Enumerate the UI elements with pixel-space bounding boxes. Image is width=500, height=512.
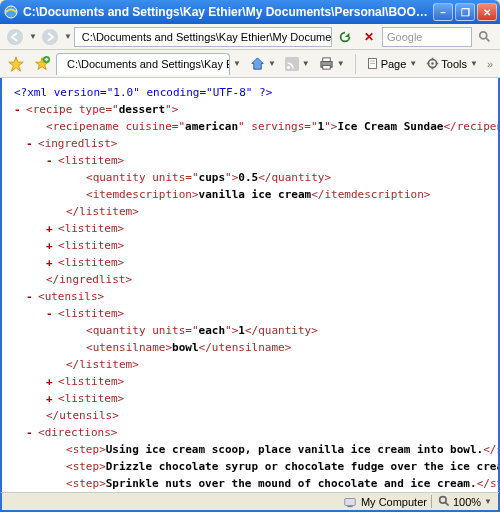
back-dropdown[interactable]: ▼ — [29, 32, 37, 41]
refresh-button[interactable] — [334, 26, 356, 48]
svg-point-2 — [42, 29, 58, 45]
expand-toggle[interactable]: + — [46, 390, 54, 407]
svg-rect-10 — [322, 58, 330, 62]
search-box[interactable]: Google — [382, 27, 472, 47]
collapse-toggle[interactable]: - — [46, 305, 54, 322]
collapse-toggle[interactable]: - — [46, 152, 54, 169]
svg-line-5 — [486, 37, 490, 41]
collapse-toggle[interactable]: - — [26, 288, 34, 305]
page-menu[interactable]: Page▼ — [363, 55, 421, 72]
address-toolbar: ▼ ▼ C:\Documents and Settings\Kay Ethier… — [0, 24, 500, 50]
svg-point-9 — [287, 65, 291, 69]
zone-icon — [343, 495, 357, 509]
svg-rect-12 — [322, 65, 330, 69]
ie-icon — [3, 4, 19, 20]
expand-toggle[interactable]: + — [46, 254, 54, 271]
svg-rect-19 — [347, 505, 352, 507]
svg-point-4 — [480, 31, 487, 38]
home-button[interactable]: ▼ — [247, 54, 279, 73]
print-button[interactable]: ▼ — [316, 54, 348, 73]
expand-toggle[interactable]: + — [46, 373, 54, 390]
expand-toggle[interactable]: + — [46, 237, 54, 254]
search-go-button[interactable] — [474, 26, 496, 48]
browser-tab[interactable]: C:\Documents and Settings\Kay Ethier\My … — [56, 53, 230, 75]
svg-rect-8 — [285, 57, 299, 71]
zoom-icon[interactable] — [438, 495, 451, 508]
collapse-toggle[interactable]: - — [26, 424, 34, 441]
forward-button[interactable] — [39, 26, 61, 48]
tab-list-dropdown[interactable]: ▼ — [233, 59, 241, 68]
xml-content-area: <?xml version="1.0" encoding="UTF-8" ?> … — [0, 78, 500, 492]
search-placeholder: Google — [387, 31, 422, 43]
zoom-dropdown[interactable]: ▼ — [484, 497, 492, 506]
zone-text: My Computer — [361, 496, 427, 508]
forward-dropdown[interactable]: ▼ — [64, 32, 72, 41]
svg-point-17 — [432, 62, 434, 64]
zoom-level[interactable]: 100% — [453, 496, 481, 508]
stop-button[interactable]: ✕ — [358, 26, 380, 48]
address-text: C:\Documents and Settings\Kay Ethier\My … — [82, 31, 332, 43]
tab-title: C:\Documents and Settings\Kay Ethier\My … — [67, 58, 230, 70]
svg-point-20 — [440, 497, 447, 504]
expand-toggle[interactable]: + — [46, 220, 54, 237]
svg-point-1 — [7, 29, 23, 45]
maximize-button[interactable]: ❐ — [455, 3, 475, 21]
window-titlebar: C:\Documents and Settings\Kay Ethier\My … — [0, 0, 500, 24]
address-bar[interactable]: C:\Documents and Settings\Kay Ethier\My … — [74, 27, 332, 47]
add-favorite-icon[interactable] — [30, 52, 54, 76]
svg-line-21 — [445, 502, 448, 505]
collapse-toggle[interactable]: - — [14, 101, 22, 118]
svg-rect-18 — [345, 498, 356, 505]
favorites-star-icon[interactable] — [4, 52, 28, 76]
collapse-toggle[interactable]: - — [26, 135, 34, 152]
window-title: C:\Documents and Settings\Kay Ethier\My … — [23, 5, 433, 19]
help-chevron[interactable]: » — [484, 56, 496, 72]
close-button[interactable]: ✕ — [477, 3, 497, 21]
minimize-button[interactable]: – — [433, 3, 453, 21]
feeds-button[interactable]: ▼ — [282, 55, 313, 73]
status-bar: My Computer 100% ▼ — [0, 492, 500, 512]
back-button[interactable] — [4, 26, 26, 48]
tools-menu[interactable]: Tools▼ — [423, 55, 481, 72]
tab-toolbar: C:\Documents and Settings\Kay Ethier\My … — [0, 50, 500, 78]
